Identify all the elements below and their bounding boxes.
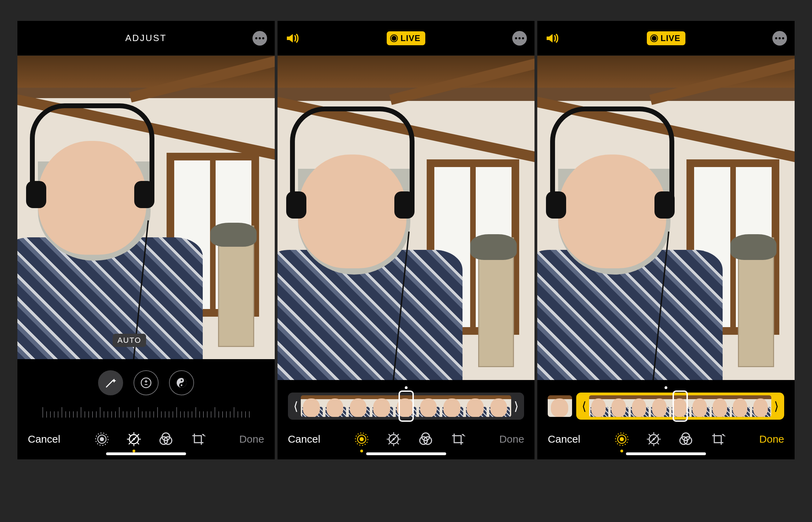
trim-handle-left[interactable]: ⟨	[291, 400, 301, 412]
home-indicator[interactable]	[626, 452, 706, 455]
trim-handle-right[interactable]: ⟩	[771, 400, 781, 412]
exposure-dial[interactable]	[134, 370, 159, 395]
photo-preview[interactable]	[278, 56, 535, 380]
filmstrip-frame[interactable]	[670, 395, 690, 417]
more-button[interactable]	[512, 31, 527, 46]
live-label: LIVE	[661, 33, 681, 43]
filmstrip-frame[interactable]	[394, 395, 418, 417]
filmstrip-frame[interactable]	[488, 395, 511, 417]
done-button[interactable]: Done	[499, 433, 524, 445]
filmstrip-frame[interactable]	[731, 395, 751, 417]
photo-preview[interactable]	[537, 56, 795, 380]
top-bar: LIVE	[278, 21, 535, 56]
sound-on-icon[interactable]	[545, 31, 560, 46]
trim-handle-right[interactable]: ⟩	[511, 400, 521, 412]
top-bar: ADJUST	[17, 21, 275, 56]
cancel-button[interactable]: Cancel	[548, 433, 580, 445]
cancel-button[interactable]: Cancel	[288, 433, 320, 445]
crop-tab-icon[interactable]	[710, 432, 725, 447]
adjust-tab-icon[interactable]	[386, 432, 401, 447]
live-icon	[390, 34, 398, 42]
filmstrip[interactable]: ⟨ ⟩	[288, 393, 524, 420]
adjust-tab-icon[interactable]	[646, 432, 661, 447]
filmstrip-frame[interactable]	[589, 395, 609, 417]
selected-dot	[360, 450, 363, 452]
auto-enhance-button[interactable]	[98, 370, 123, 395]
filmstrip-frame[interactable]	[441, 395, 464, 417]
filters-tab-icon[interactable]	[158, 432, 174, 447]
filmstrip-frame[interactable]	[630, 395, 650, 417]
done-button[interactable]: Done	[239, 433, 264, 445]
crop-tab-icon[interactable]	[190, 432, 206, 447]
phone-screen-live-1: LIVE ⟨	[278, 21, 535, 459]
filmstrip-frame[interactable]	[347, 395, 371, 417]
selected-dot	[620, 450, 623, 452]
more-button[interactable]	[772, 31, 787, 46]
filters-tab-icon[interactable]	[418, 432, 433, 447]
live-badge[interactable]: LIVE	[647, 31, 685, 45]
live-tab-icon[interactable]	[614, 432, 629, 447]
sound-on-icon[interactable]	[285, 31, 300, 46]
filmstrip-frame[interactable]	[751, 395, 771, 417]
filmstrip-frame[interactable]	[418, 395, 441, 417]
home-indicator[interactable]	[366, 452, 446, 455]
filmstrip-frame[interactable]	[301, 395, 324, 417]
keyframe-indicator-dot	[405, 386, 408, 389]
live-tab-icon[interactable]	[354, 432, 369, 447]
top-bar: LIVE	[537, 21, 795, 56]
live-tab-icon[interactable]	[94, 432, 110, 447]
crop-tab-icon[interactable]	[450, 432, 465, 447]
live-icon	[650, 34, 658, 42]
filmstrip-frame[interactable]	[324, 395, 347, 417]
photo-preview[interactable]: AUTO	[17, 56, 275, 359]
phone-screen-adjust: ADJUST AUTO Cancel	[17, 21, 275, 459]
filmstrip-frame[interactable]	[371, 395, 394, 417]
keyframe-indicator-dot	[665, 386, 667, 389]
filters-tab-icon[interactable]	[678, 432, 693, 447]
phone-screen-live-2: LIVE ⟨	[537, 21, 795, 459]
filmstrip[interactable]: ⟨ ⟩	[576, 393, 784, 420]
adjust-tab-icon[interactable]	[126, 432, 142, 447]
live-badge[interactable]: LIVE	[387, 31, 425, 45]
mode-title: ADJUST	[125, 33, 167, 44]
selected-dot	[132, 450, 135, 452]
filmstrip-frame[interactable]	[690, 395, 710, 417]
trim-handle-left[interactable]: ⟨	[579, 400, 589, 412]
live-label: LIVE	[401, 33, 420, 43]
filmstrip-excluded	[548, 395, 572, 417]
home-indicator[interactable]	[106, 452, 186, 455]
brilliance-dial[interactable]	[169, 370, 194, 395]
done-button[interactable]: Done	[759, 433, 784, 445]
cancel-button[interactable]: Cancel	[28, 433, 60, 445]
adjust-controls	[17, 359, 275, 421]
filmstrip-frame[interactable]	[650, 395, 670, 417]
live-keyframe-controls: ⟨ ⟩	[537, 380, 795, 421]
more-button[interactable]	[252, 31, 267, 46]
filmstrip-frame[interactable]	[465, 395, 488, 417]
auto-badge: AUTO	[113, 334, 146, 347]
live-keyframe-controls: ⟨ ⟩	[278, 380, 535, 421]
filmstrip-frame[interactable]	[710, 395, 731, 417]
adjust-slider[interactable]	[17, 404, 275, 420]
filmstrip-frame[interactable]	[610, 395, 630, 417]
